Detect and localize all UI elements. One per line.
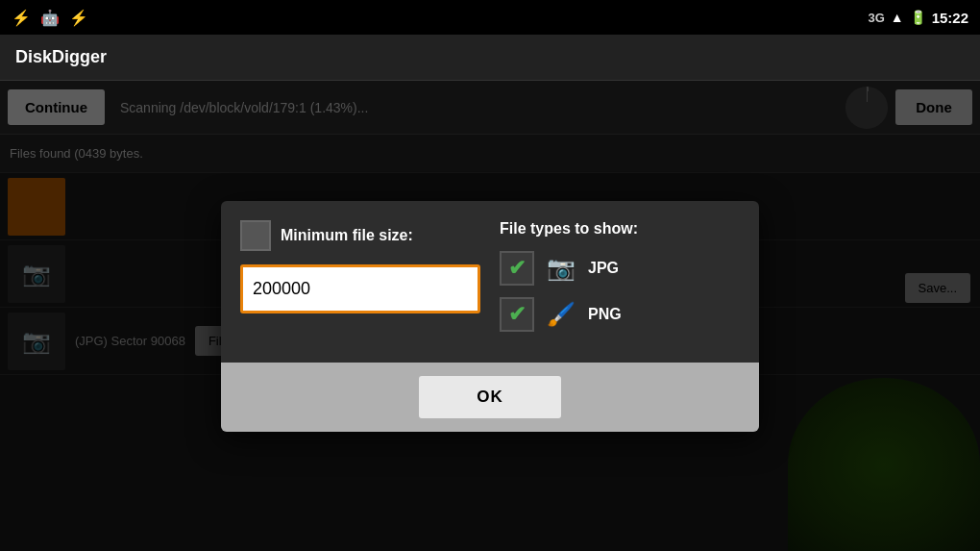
dialog-body: Minimum file size: File types to show: ✔… (221, 201, 759, 363)
signal-bars-icon: ▲ (891, 10, 904, 25)
battery-icon: 🔋 (910, 10, 926, 25)
dialog-left-panel: Minimum file size: (240, 220, 480, 343)
file-types-label: File types to show: (500, 220, 740, 238)
android-icon: 🤖 (40, 9, 60, 27)
checkmark-icon: ✔ (508, 302, 526, 327)
min-file-size-label: Minimum file size: (281, 227, 413, 244)
app-title: DiskDigger (15, 47, 107, 67)
dialog-footer: OK (221, 363, 759, 432)
status-icons-right: 3G ▲ 🔋 15:22 (868, 10, 968, 26)
min-size-checkbox[interactable] (240, 220, 271, 251)
png-label: PNG (588, 306, 622, 323)
usb-icon: ⚡ (12, 9, 31, 27)
dialog-right-panel: File types to show: ✔ 📷 JPG ✔ 🖌️ PN (500, 220, 740, 343)
jpg-checkbox[interactable]: ✔ (500, 251, 534, 286)
png-checkbox[interactable]: ✔ (500, 297, 534, 332)
checkmark-icon: ✔ (508, 256, 526, 281)
main-content: Continue Scanning /dev/block/vold/179:1 … (0, 81, 980, 551)
time-display: 15:22 (932, 10, 968, 26)
min-file-size-input[interactable] (240, 264, 480, 313)
file-type-jpg-row: ✔ 📷 JPG (500, 251, 740, 286)
file-type-png-row: ✔ 🖌️ PNG (500, 297, 740, 332)
modal-overlay: Minimum file size: File types to show: ✔… (0, 81, 980, 551)
app-bar: DiskDigger (0, 35, 980, 81)
signal-icon: 3G (868, 11, 884, 25)
battery-charge-icon: ⚡ (69, 9, 88, 27)
filter-dialog: Minimum file size: File types to show: ✔… (221, 201, 759, 432)
status-bar: ⚡ 🤖 ⚡ 3G ▲ 🔋 15:22 (0, 0, 980, 35)
png-icon: 🖌️ (544, 297, 578, 332)
ok-button[interactable]: OK (419, 376, 561, 418)
status-icons-left: ⚡ 🤖 ⚡ (12, 9, 88, 27)
jpg-label: JPG (588, 260, 619, 277)
jpg-icon: 📷 (544, 251, 578, 286)
min-file-size-header: Minimum file size: (240, 220, 480, 251)
